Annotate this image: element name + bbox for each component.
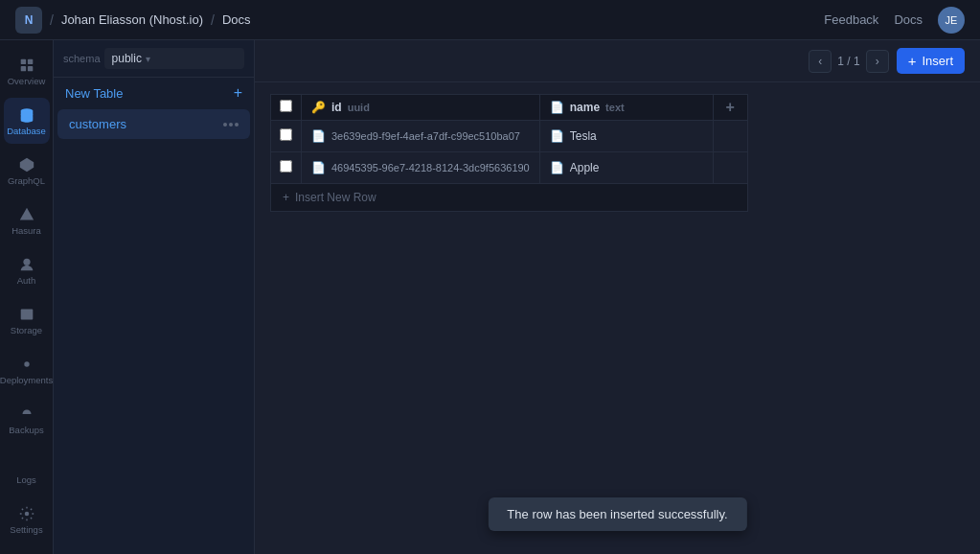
new-table-label[interactable]: New Table (65, 86, 123, 101)
content-area: ‹ 1 / 1 › + Insert (255, 40, 980, 554)
row-checkbox-1[interactable] (280, 160, 292, 173)
insert-new-row-button[interactable]: + Insert New Row (271, 184, 747, 211)
user-avatar[interactable]: JE (938, 7, 965, 34)
table-item-customers[interactable]: customers (57, 109, 250, 139)
th-checkbox[interactable] (271, 95, 302, 121)
dot-1 (223, 123, 227, 127)
td-id-1[interactable]: 📄 46945395-96e7-4218-8124-3dc9f5636190 (302, 152, 540, 184)
table-toolbar: ‹ 1 / 1 › + Insert (255, 40, 980, 82)
td-extra-0 (713, 121, 747, 152)
insert-row-tr: + Insert New Row (271, 184, 748, 212)
td-id-0-icon: 📄 (311, 129, 326, 143)
sidebar-item-database-label: Database (7, 127, 46, 136)
svg-point-8 (24, 361, 29, 366)
app-logo[interactable]: N (15, 7, 42, 34)
data-table-container: 🔑 id uuid 📄 name text (255, 82, 980, 554)
td-name-0[interactable]: 📄 Tesla (539, 121, 713, 152)
sidebar-item-logs-label: Logs (16, 475, 36, 485)
insert-label: Insert (922, 54, 953, 68)
id-col-icon: 🔑 (311, 101, 326, 114)
table-row: 📄 46945395-96e7-4218-8124-3dc9f5636190 📄… (271, 152, 748, 184)
th-id-content: 🔑 id uuid (302, 95, 539, 120)
td-id-0-value: 3e639ed9-f9ef-4aef-a7df-c99ec510ba07 (331, 130, 520, 142)
schema-label: schema (63, 53, 101, 64)
table-header-row: 🔑 id uuid 📄 name text (271, 95, 748, 121)
name-col-icon: 📄 (550, 101, 564, 114)
docs-link[interactable]: Docs (894, 12, 923, 27)
sidebar-item-graphql[interactable]: GraphQL (4, 148, 50, 194)
td-name-0-value: Tesla (570, 129, 597, 143)
sidebar-item-storage[interactable]: Storage (4, 297, 50, 343)
td-id-1-value: 46945395-96e7-4218-8124-3dc9f5636190 (331, 162, 530, 173)
td-checkbox-0[interactable] (271, 121, 302, 152)
breadcrumb-sep-2: / (211, 12, 215, 28)
row-checkbox-0[interactable] (280, 128, 292, 141)
id-col-type: uuid (348, 102, 370, 113)
sidebar-item-database[interactable]: Database (4, 98, 50, 144)
td-name-0-cell: 📄 Tesla (540, 121, 713, 151)
sidebar-item-auth-label: Auth (17, 276, 36, 286)
table-body: 📄 3e639ed9-f9ef-4aef-a7df-c99ec510ba07 📄… (271, 121, 748, 212)
svg-rect-7 (20, 309, 33, 319)
toast-message: The row has been inserted successfully. (507, 507, 727, 521)
pagination: ‹ 1 / 1 › (809, 50, 888, 73)
schema-dropdown[interactable]: public ▾ (104, 48, 244, 69)
select-all-checkbox[interactable] (280, 100, 292, 112)
topbar: N / Johan Eliasson (Nhost.io) / Docs Fee… (0, 0, 980, 40)
dot-2 (229, 123, 233, 127)
svg-point-9 (24, 512, 29, 517)
td-name-1[interactable]: 📄 Apple (539, 152, 713, 184)
th-name: 📄 name text (539, 95, 713, 121)
th-add-column[interactable]: + (713, 95, 747, 121)
table-item-actions[interactable] (223, 123, 239, 127)
new-table-row: New Table + (54, 78, 254, 108)
page-next-button[interactable]: › (866, 50, 889, 73)
sidebar-item-storage-label: Storage (11, 326, 42, 335)
page-total: 1 (854, 55, 860, 68)
insert-row-td[interactable]: + Insert New Row (271, 184, 748, 212)
sidebar-item-overview[interactable]: Overview (4, 48, 50, 94)
td-id-0-cell: 📄 3e639ed9-f9ef-4aef-a7df-c99ec510ba07 (302, 121, 539, 151)
insert-row-label: Insert New Row (295, 191, 376, 204)
page-prev-button[interactable]: ‹ (809, 50, 832, 73)
svg-rect-3 (27, 66, 32, 71)
th-id: 🔑 id uuid (302, 95, 540, 121)
td-checkbox-1[interactable] (271, 152, 302, 184)
topbar-left: N / Johan Eliasson (Nhost.io) / Docs (15, 7, 251, 34)
sidebar-item-hasura-label: Hasura (11, 226, 41, 236)
insert-icon: + (908, 53, 917, 69)
svg-rect-2 (20, 66, 25, 71)
sidebar-item-backups-label: Backups (9, 426, 43, 435)
svg-rect-1 (27, 58, 32, 63)
svg-marker-5 (19, 158, 33, 172)
sidebar-item-auth[interactable]: Auth (4, 247, 50, 293)
sidebar-item-overview-label: Overview (8, 77, 46, 86)
svg-point-6 (23, 258, 30, 265)
table-row: 📄 3e639ed9-f9ef-4aef-a7df-c99ec510ba07 📄… (271, 121, 748, 152)
td-id-0[interactable]: 📄 3e639ed9-f9ef-4aef-a7df-c99ec510ba07 (302, 121, 540, 152)
sidebar-item-settings[interactable]: Settings (4, 496, 50, 542)
td-extra-1 (713, 152, 747, 184)
sidebar: Overview Database GraphQL Hasura Auth St… (0, 40, 54, 554)
data-table: 🔑 id uuid 📄 name text (270, 94, 748, 212)
feedback-link[interactable]: Feedback (824, 12, 878, 27)
sidebar-item-deployments[interactable]: Deployments (4, 347, 50, 393)
id-col-name: id (331, 101, 342, 114)
breadcrumb-sep-1: / (50, 12, 54, 28)
schema-selector[interactable]: schema public ▾ (54, 40, 254, 78)
sidebar-item-settings-label: Settings (10, 525, 42, 535)
breadcrumb-user: Johan Eliasson (Nhost.io) (61, 12, 203, 27)
sidebar-item-hasura[interactable]: Hasura (4, 197, 50, 243)
sidebar-item-backups[interactable]: Backups (4, 397, 50, 443)
page-info: 1 / 1 (837, 55, 859, 68)
chevron-down-icon: ▾ (146, 54, 150, 64)
td-name-0-icon: 📄 (550, 129, 564, 143)
add-table-icon[interactable]: + (234, 85, 242, 101)
td-name-1-value: Apple (570, 161, 600, 174)
sidebar-item-logs[interactable]: Logs (4, 447, 50, 493)
sidebar-item-deployments-label: Deployments (0, 376, 53, 385)
td-name-1-cell: 📄 Apple (540, 152, 713, 183)
topbar-right: Feedback Docs JE (824, 7, 965, 34)
insert-button[interactable]: + Insert (897, 48, 965, 74)
page-current: 1 (837, 55, 844, 68)
